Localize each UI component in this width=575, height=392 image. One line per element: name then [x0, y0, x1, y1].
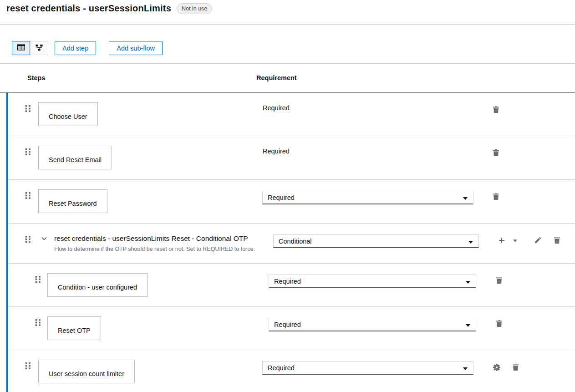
requirement-select[interactable]: Conditional: [273, 234, 479, 248]
step-label: User session count limiter: [49, 370, 124, 377]
drag-handle-icon[interactable]: [25, 235, 31, 243]
step-box: Send Reset Email: [38, 146, 112, 169]
project-diagram-icon: [36, 44, 43, 52]
step-label: Choose User: [49, 113, 87, 120]
requirement-select-value: Conditional: [279, 238, 312, 245]
drag-handle-icon[interactable]: [35, 275, 41, 283]
row-user-session-count-limiter: User session count limiter Required: [8, 350, 575, 392]
step-box: User session count limiter: [38, 360, 135, 383]
caret-down-icon: [466, 278, 470, 285]
requirement-text: Required: [263, 104, 290, 112]
requirement-select-value: Required: [274, 278, 301, 285]
subflow-title: reset credentials - userSessionLimits Re…: [54, 234, 248, 243]
requirement-text: Required: [263, 148, 290, 155]
drag-handle-icon[interactable]: [35, 319, 41, 326]
step-box: Choose User: [38, 102, 98, 126]
subflow-description: Flow to determine if the OTP should be r…: [54, 246, 255, 252]
requirement-select[interactable]: Required: [269, 275, 476, 288]
step-label: Condition - user configured: [58, 284, 137, 291]
row-send-reset-email: Send Reset Email Required: [8, 136, 575, 180]
column-header-steps: Steps: [27, 64, 46, 92]
row-reset-otp: Reset OTP Required: [8, 307, 575, 350]
settings-gear-icon[interactable]: [493, 364, 500, 371]
page-title: reset credentials - userSessionLimits: [6, 2, 171, 15]
delete-icon[interactable]: [496, 320, 502, 327]
flow-steps-table: Steps Requirement Choose User Required: [0, 64, 575, 392]
table-view-toggle[interactable]: [12, 41, 30, 55]
add-icon[interactable]: [499, 237, 505, 244]
step-label: Send Reset Email: [49, 156, 102, 163]
flow-toolbar: Add step Add sub-flow: [0, 25, 575, 63]
requirement-select[interactable]: Required: [262, 361, 473, 375]
step-label: Reset OTP: [58, 327, 91, 334]
edit-icon[interactable]: [534, 237, 541, 244]
caret-down-icon: [463, 364, 468, 372]
caret-down-icon: [468, 238, 473, 245]
chevron-down-icon[interactable]: [41, 236, 48, 241]
drag-handle-icon[interactable]: [25, 105, 31, 112]
delete-icon[interactable]: [493, 149, 499, 156]
add-step-button[interactable]: Add step: [55, 41, 96, 55]
page-header: reset credentials - userSessionLimits No…: [0, 0, 575, 24]
caret-down-icon: [466, 321, 470, 328]
requirement-select-value: Required: [274, 321, 301, 328]
view-toggle-group: [12, 41, 48, 55]
delete-icon[interactable]: [493, 106, 499, 113]
row-conditional-otp-subflow: reset credentials - userSessionLimits Re…: [8, 224, 575, 264]
table-body: Choose User Required Send Reset Email: [6, 93, 575, 392]
column-header-requirement: Requirement: [256, 64, 297, 92]
requirement-select-value: Required: [268, 194, 295, 201]
delete-icon[interactable]: [493, 193, 499, 200]
row-choose-user: Choose User Required: [8, 93, 575, 136]
table-icon: [17, 44, 25, 52]
add-subflow-button[interactable]: Add sub-flow: [109, 41, 163, 55]
delete-icon[interactable]: [554, 237, 560, 244]
caret-down-icon: [463, 194, 468, 201]
delete-icon[interactable]: [513, 364, 519, 371]
step-label: Reset Password: [49, 200, 97, 207]
drag-handle-icon[interactable]: [25, 148, 31, 155]
step-box: Reset OTP: [47, 316, 101, 340]
diagram-view-toggle[interactable]: [30, 41, 48, 55]
status-badge: Not in use: [177, 3, 212, 14]
drag-handle-icon[interactable]: [25, 362, 31, 369]
row-condition-user-configured: Condition - user configured Required: [8, 264, 575, 307]
step-box: Condition - user configured: [47, 273, 148, 297]
row-reset-password: Reset Password Required: [8, 180, 575, 224]
requirement-select[interactable]: Required: [262, 191, 473, 204]
table-header-row: Steps Requirement: [0, 64, 575, 93]
step-box: Reset Password: [38, 189, 107, 213]
drag-handle-icon[interactable]: [25, 192, 31, 199]
caret-down-icon[interactable]: [513, 239, 517, 242]
requirement-select-value: Required: [268, 364, 295, 372]
delete-icon[interactable]: [496, 277, 502, 284]
requirement-select[interactable]: Required: [269, 318, 476, 331]
